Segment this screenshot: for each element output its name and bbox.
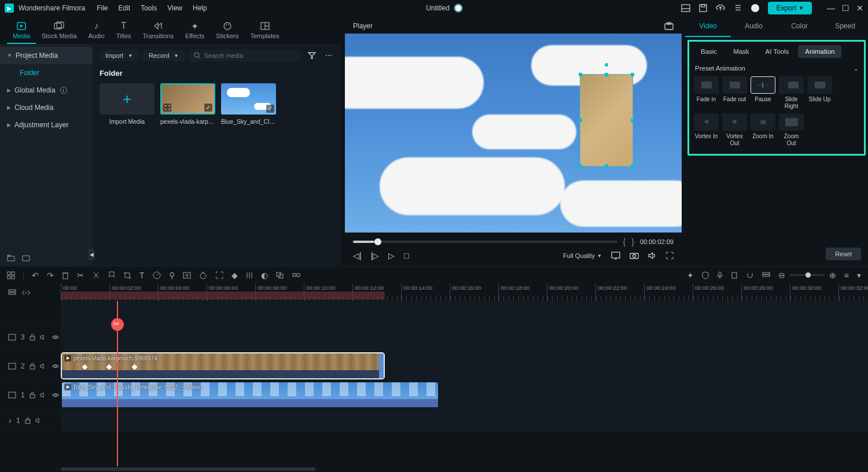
tab-media[interactable]: Media — [7, 19, 36, 44]
filter-icon[interactable] — [306, 50, 318, 61]
info-icon[interactable]: i — [60, 87, 67, 94]
menu-tools[interactable]: Tools — [141, 4, 157, 12]
timeline-clip[interactable]: ▶ Blue_Sky_and_Clouds_Timelapse_0892__Vi… — [62, 382, 438, 407]
tab-stickers[interactable]: Stickers — [210, 19, 244, 44]
mark-in-button[interactable]: { — [623, 237, 626, 246]
ungroup-button[interactable] — [292, 272, 300, 279]
reset-button[interactable]: Reset — [826, 248, 861, 260]
cloud-sync-icon[interactable] — [454, 4, 462, 12]
anim-slide-right[interactable]: Slide Right — [779, 76, 804, 110]
next-frame-button[interactable]: |▷ — [371, 251, 380, 260]
display-icon[interactable] — [611, 252, 620, 260]
add-track-icon[interactable] — [8, 289, 16, 296]
anim-vortex-in[interactable]: ⟲Vortex In — [694, 113, 719, 147]
subtab-basic[interactable]: Basic — [694, 45, 724, 58]
render-button[interactable]: ◐ — [261, 271, 268, 280]
tab-effects[interactable]: ✦Effects — [179, 19, 210, 44]
menu-edit[interactable]: Edit — [119, 4, 131, 12]
close-button[interactable]: ✕ — [856, 3, 863, 13]
tab-titles[interactable]: TTitles — [111, 19, 137, 44]
crop-button[interactable] — [123, 271, 131, 279]
duration-button[interactable] — [199, 271, 207, 279]
menu-view[interactable]: View — [167, 4, 182, 12]
overlay-clip-transform[interactable] — [580, 74, 633, 167]
auto-reframe-button[interactable]: ✦ — [687, 271, 694, 280]
track-video-icon[interactable] — [8, 334, 16, 341]
import-dropdown[interactable]: Import▼ — [100, 50, 138, 61]
maximize-button[interactable]: ☐ — [842, 3, 849, 13]
timeline-clip[interactable]: ▶ pexels-vlada-karpovich-9968974 — [62, 353, 384, 378]
inspector-tab-audio[interactable]: Audio — [731, 16, 777, 37]
anim-vortex-out[interactable]: ⟳Vortex Out — [722, 113, 747, 147]
zoom-slider[interactable] — [790, 274, 825, 276]
mute-icon[interactable] — [35, 418, 42, 423]
track-audio-icon[interactable]: ♪ — [8, 416, 12, 425]
media-thumb[interactable]: ✓ Blue_Sky_and_Clouds... — [221, 83, 276, 125]
inspector-tab-speed[interactable]: Speed — [822, 16, 868, 37]
anim-slide-up[interactable]: Slide Up — [807, 76, 832, 110]
delete-button[interactable] — [62, 271, 69, 279]
color-match-button[interactable] — [183, 272, 191, 279]
record-dropdown[interactable]: Record▼ — [143, 50, 184, 61]
stop-button[interactable]: □ — [404, 251, 409, 260]
marker-button[interactable] — [108, 271, 115, 279]
new-folder-icon[interactable] — [7, 255, 15, 261]
cloud-upload-icon[interactable] — [716, 3, 725, 13]
lock-icon[interactable] — [30, 334, 35, 341]
link-tracks-icon[interactable] — [22, 289, 30, 296]
lock-icon[interactable] — [30, 392, 35, 399]
zoom-out-button[interactable]: ⊖ — [778, 271, 785, 280]
keyframe-button[interactable]: ◆ — [231, 271, 238, 280]
play-button[interactable]: ▷ — [388, 251, 395, 260]
media-thumb[interactable]: ⛶✓ pexels-vlada-karpovic... — [160, 83, 215, 125]
shield-icon[interactable] — [702, 271, 709, 279]
anim-fade-in[interactable]: Fade in — [694, 76, 719, 110]
anim-zoom-in[interactable]: Zoom In — [751, 113, 775, 147]
speed-button[interactable] — [153, 271, 161, 279]
anim-zoom-out[interactable]: Zoom Out — [779, 113, 804, 147]
inspector-tab-color[interactable]: Color — [777, 16, 822, 37]
search-input[interactable] — [189, 50, 301, 61]
import-media-tile[interactable]: + Import Media — [100, 83, 155, 125]
mark-out-button[interactable]: } — [631, 237, 634, 246]
tab-transitions[interactable]: Transitions — [137, 19, 179, 44]
menu-file[interactable]: File — [97, 4, 108, 12]
lock-icon[interactable] — [25, 417, 31, 424]
keyframe-marker[interactable] — [106, 364, 112, 370]
sidebar-item-folder[interactable]: Folder — [0, 64, 93, 82]
more-icon[interactable]: ⋯ — [323, 49, 334, 62]
collapse-sidebar-button[interactable]: ◀ — [88, 249, 95, 260]
time-ruler[interactable]: 00:00 00:00:02:00 00:00:04:00 00:00:06:0… — [61, 283, 868, 301]
lock-icon[interactable] — [30, 363, 35, 370]
audio-mixer-icon[interactable] — [731, 271, 738, 279]
grid-icon[interactable] — [7, 271, 15, 279]
group-button[interactable] — [276, 272, 284, 279]
camera-icon[interactable] — [630, 252, 639, 259]
player-viewport[interactable] — [345, 34, 682, 233]
subtab-ai-tools[interactable]: AI Tools — [759, 45, 796, 58]
fit-button[interactable]: ⛶ — [215, 271, 223, 280]
horizontal-scrollbar[interactable] — [0, 466, 868, 472]
keyframe-marker[interactable] — [82, 364, 88, 370]
redo-button[interactable]: ↷ — [47, 271, 54, 280]
text-button[interactable]: T — [139, 271, 145, 280]
mic-icon[interactable] — [717, 271, 723, 279]
mute-icon[interactable] — [40, 392, 47, 398]
menu-icon[interactable]: ☰ — [733, 3, 742, 13]
track-options-icon[interactable]: ▾ — [857, 271, 861, 280]
tab-audio[interactable]: ♪Audio — [83, 19, 111, 44]
track-video-icon[interactable] — [8, 392, 16, 399]
snapshot-icon[interactable] — [664, 22, 674, 30]
visibility-icon[interactable] — [52, 363, 60, 369]
mute-icon[interactable] — [40, 363, 47, 369]
subtab-mask[interactable]: Mask — [726, 45, 756, 58]
link-button[interactable]: ⚲ — [169, 271, 175, 280]
avatar[interactable] — [751, 3, 760, 13]
track-video-icon[interactable] — [8, 363, 16, 370]
undo-button[interactable]: ↶ — [32, 271, 39, 280]
visibility-icon[interactable] — [52, 392, 60, 398]
visibility-icon[interactable] — [52, 334, 60, 340]
snap-icon[interactable] — [746, 272, 754, 279]
cut-button[interactable]: ✂ — [77, 271, 84, 280]
sidebar-item-global-media[interactable]: ▶Global Mediai — [0, 82, 93, 99]
